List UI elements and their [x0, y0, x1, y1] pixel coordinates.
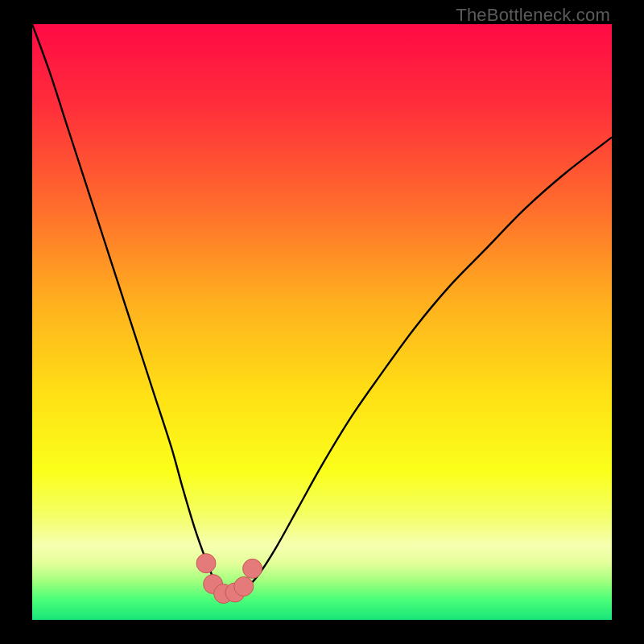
bottleneck-curve: [32, 24, 612, 595]
curve-marker-4: [234, 577, 254, 597]
marker-group: [196, 554, 262, 604]
curve-marker-5: [243, 559, 262, 578]
curve-marker-0: [196, 554, 216, 573]
outer-frame: TheBottleneck.com: [0, 0, 644, 644]
plot-area: [32, 24, 612, 620]
attribution-text: TheBottleneck.com: [456, 5, 610, 26]
curve-layer: [32, 24, 612, 620]
